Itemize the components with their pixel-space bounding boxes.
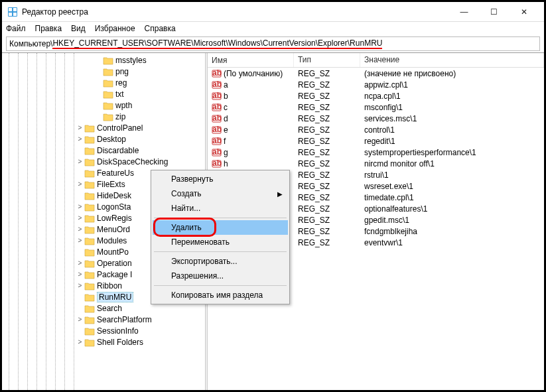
tree-item[interactable]: txt: [2, 88, 205, 99]
ctx-expand[interactable]: Развернуть: [153, 172, 288, 186]
menu-edit[interactable]: Правка: [35, 24, 62, 33]
tree-item-label: Search: [97, 304, 122, 313]
separator: [154, 251, 287, 252]
tree-item-label: zip: [115, 112, 125, 121]
tree-item[interactable]: >DiskSpaceChecking: [2, 156, 205, 167]
menu-help[interactable]: Справка: [145, 24, 176, 33]
address-bar[interactable]: Компьютер\HKEY_CURRENT_USER\SOFTWARE\Mic…: [6, 36, 540, 51]
tree-item-label: MountPo: [97, 247, 129, 257]
col-name[interactable]: Имя: [208, 53, 294, 67]
tree-item-label: msstyles: [115, 56, 147, 65]
folder-icon: [84, 281, 95, 291]
value-type: REG_SZ: [294, 204, 360, 214]
tree-item[interactable]: wpth: [2, 99, 205, 111]
list-row[interactable]: abbREG_SZncpa.cpl\1: [208, 90, 544, 101]
tree-item[interactable]: >SearchPlatform: [2, 314, 205, 325]
expander-icon[interactable]: >: [76, 237, 84, 244]
menu-favorites[interactable]: Избранное: [95, 24, 135, 33]
list-row[interactable]: abaREG_SZappwiz.cpl\1: [208, 79, 544, 90]
tree-item[interactable]: reg: [2, 77, 205, 88]
ctx-delete[interactable]: Удалить: [153, 220, 288, 235]
expander-icon[interactable]: >: [76, 135, 84, 143]
ctx-export[interactable]: Экспортировать...: [153, 254, 288, 269]
separator: [154, 218, 287, 218]
ctx-find[interactable]: Найти...: [153, 201, 288, 216]
expander-icon[interactable]: >: [76, 271, 84, 278]
svg-text:ab: ab: [212, 148, 222, 157]
tree-item[interactable]: Discardable: [2, 145, 205, 156]
value-data: eventvwr\1: [360, 238, 544, 247]
folder-icon: [84, 202, 95, 212]
tree-item[interactable]: zip: [2, 111, 205, 122]
tree-item-label: Shell Folders: [97, 338, 143, 347]
folder-icon: [84, 236, 95, 245]
expander-icon[interactable]: >: [76, 180, 84, 188]
value-type: REG_SZ: [294, 137, 360, 146]
folder-icon: [84, 135, 95, 144]
tree-item[interactable]: png: [2, 66, 205, 77]
tree-item-label: Modules: [97, 236, 127, 245]
value-data: rstrui\1: [360, 170, 544, 180]
expander-icon[interactable]: >: [76, 124, 84, 131]
tree-item-label: wpth: [115, 101, 132, 110]
list-row[interactable]: abcREG_SZmsconfig\1: [208, 101, 544, 113]
expander-icon[interactable]: >: [76, 338, 84, 346]
expander-icon[interactable]: >: [76, 203, 84, 210]
tree-item[interactable]: >Shell Folders: [2, 336, 205, 348]
menu-file[interactable]: Файл: [6, 24, 26, 33]
list-row[interactable]: abdREG_SZservices.msc\1: [208, 113, 544, 124]
svg-text:ab: ab: [212, 103, 222, 111]
expander-icon[interactable]: >: [76, 316, 84, 323]
expander-icon[interactable]: >: [76, 282, 84, 289]
tree-item-label: ControlPanel: [97, 123, 143, 133]
tree-item-label: Package I: [97, 270, 132, 279]
ctx-create[interactable]: Создать▶: [153, 186, 288, 201]
folder-icon: [84, 225, 95, 234]
col-data[interactable]: Значение: [360, 53, 544, 67]
list-row[interactable]: abfREG_SZregedit\1: [208, 135, 544, 147]
tree-item-label: SessionInfo: [97, 326, 139, 336]
folder-icon: [103, 101, 113, 110]
title-bar: Редактор реестра — ☐ ✕: [2, 2, 544, 22]
minimize-button[interactable]: —: [449, 2, 479, 21]
list-row[interactable]: abgREG_SZsystempropertiesperformance\1: [208, 147, 544, 158]
maximize-button[interactable]: ☐: [479, 2, 509, 21]
value-data: timedate.cpl\1: [360, 193, 544, 202]
ctx-rename[interactable]: Переименовать: [153, 235, 288, 249]
list-row[interactable]: abeREG_SZcontrol\1: [208, 124, 544, 135]
address-path: HKEY_CURRENT_USER\SOFTWARE\Microsoft\Win…: [52, 38, 382, 49]
expander-icon[interactable]: >: [76, 226, 84, 233]
ctx-permissions[interactable]: Разрешения...: [153, 269, 288, 283]
tree-item-label: png: [115, 67, 129, 76]
folder-icon: [84, 191, 95, 200]
window-title: Редактор реестра: [22, 7, 449, 17]
value-data: systempropertiesperformance\1: [360, 148, 544, 157]
string-value-icon: ab: [212, 159, 222, 168]
folder-icon: [103, 67, 113, 76]
expander-icon[interactable]: >: [76, 214, 84, 222]
string-value-icon: ab: [212, 80, 222, 90]
folder-icon: [84, 304, 95, 313]
tree-item[interactable]: msstyles: [2, 54, 205, 66]
folder-icon: [103, 56, 113, 65]
expander-icon[interactable]: >: [76, 259, 84, 267]
tree-item[interactable]: >Desktop: [2, 133, 205, 145]
ctx-copyname[interactable]: Копировать имя раздела: [153, 288, 288, 302]
folder-icon: [84, 214, 95, 223]
close-button[interactable]: ✕: [509, 2, 539, 21]
tree-item-label: LogonSta: [97, 202, 131, 212]
tree-item[interactable]: SessionInfo: [2, 325, 205, 336]
value-type: REG_SZ: [294, 92, 360, 101]
value-type: REG_SZ: [294, 80, 360, 90]
tree-item-label: DiskSpaceChecking: [97, 157, 168, 166]
list-row[interactable]: ab(По умолчанию)REG_SZ(значение не присв…: [208, 68, 544, 79]
value-type: REG_SZ: [294, 170, 360, 180]
string-value-icon: ab: [212, 69, 222, 78]
value-data: nircmd monitor off\1: [360, 159, 544, 168]
menu-view[interactable]: Вид: [71, 24, 86, 33]
tree-item[interactable]: >ControlPanel: [2, 122, 205, 133]
col-type[interactable]: Тип: [294, 53, 360, 67]
expander-icon[interactable]: >: [76, 158, 84, 165]
list-row[interactable]: abhREG_SZnircmd monitor off\1: [208, 158, 544, 169]
tree-item-label: Operation: [97, 259, 132, 268]
